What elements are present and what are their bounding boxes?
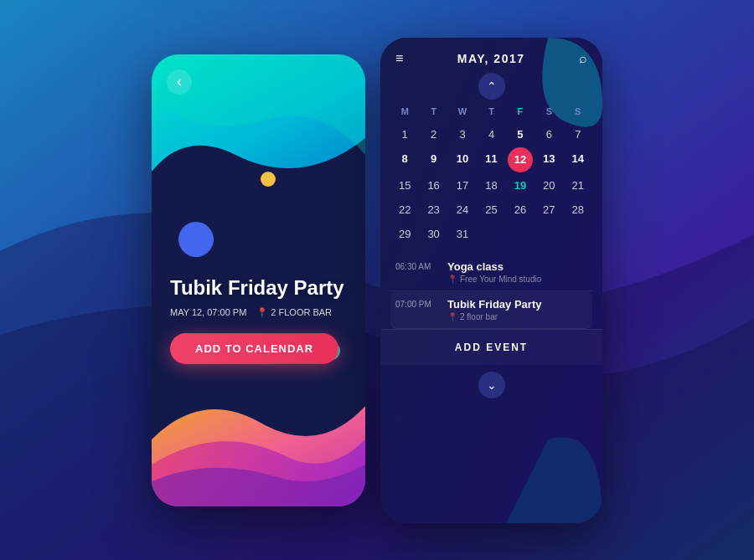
event-meta: MAY 12, 07:00 PM 📍 2 FLOOR BAR: [170, 307, 347, 318]
date-17[interactable]: 17: [448, 174, 477, 197]
date-12-selected[interactable]: 12: [508, 147, 533, 172]
search-icon[interactable]: ⌕: [579, 51, 587, 66]
day-f: F: [506, 103, 535, 120]
date-30[interactable]: 30: [419, 223, 447, 245]
date-16[interactable]: 16: [419, 174, 447, 197]
chevron-down-container: ⌄: [380, 365, 602, 405]
date-29[interactable]: 29: [390, 223, 419, 245]
event-item-party[interactable]: 07:00 PM Tubik Friday Party 📍 2 floor ba…: [390, 291, 592, 329]
day-m: M: [390, 103, 419, 120]
calendar-header: ≡ MAY, 2017 ⌕: [380, 38, 602, 73]
calendar-dates: 1 2 3 4 5 6 7 8 9 10 11 12 13 14 15 16: [390, 123, 592, 245]
date-10[interactable]: 10: [448, 147, 477, 172]
party-time: 07:00 PM: [395, 298, 439, 321]
day-t1: T: [419, 103, 447, 120]
add-event-button[interactable]: ADD EVENT: [380, 329, 602, 365]
date-14[interactable]: 14: [564, 147, 592, 172]
pin-icon-yoga: 📍: [447, 275, 457, 284]
phones-container: ‹ Tubik Friday Party MAY 12, 07:00 PM 📍 …: [152, 38, 602, 523]
date-28[interactable]: 28: [564, 198, 592, 221]
chevron-up-container: ⌃: [380, 73, 602, 100]
date-5[interactable]: 5: [506, 123, 535, 146]
date-9[interactable]: 9: [419, 147, 447, 172]
day-s1: S: [535, 103, 563, 120]
date-19[interactable]: 19: [506, 174, 535, 197]
event-location: 📍 2 FLOOR BAR: [256, 307, 332, 318]
event-item-yoga[interactable]: 06:30 AM Yoga class 📍 Free Your Mind stu…: [390, 254, 592, 291]
yoga-name: Yoga class: [447, 260, 587, 273]
date-11[interactable]: 11: [477, 147, 505, 172]
add-to-calendar-button[interactable]: ADD TO CALENDAR: [170, 333, 338, 364]
right-phone: ≡ MAY, 2017 ⌕ ⌃ M T W T F S S: [380, 38, 602, 523]
chevron-down-button[interactable]: ⌄: [478, 372, 505, 398]
date-3[interactable]: 3: [448, 123, 477, 146]
date-24[interactable]: 24: [448, 198, 477, 221]
event-date: MAY 12, 07:00 PM: [170, 307, 246, 317]
date-21[interactable]: 21: [564, 174, 592, 197]
date-6[interactable]: 6: [535, 123, 563, 146]
yoga-location: 📍 Free Your Mind studio: [447, 275, 587, 284]
date-22[interactable]: 22: [390, 198, 419, 221]
day-s2: S: [564, 103, 592, 120]
date-2[interactable]: 2: [419, 123, 447, 146]
yellow-dot: [261, 172, 276, 187]
location-pin-icon: 📍: [256, 307, 268, 318]
date-7[interactable]: 7: [564, 123, 592, 146]
party-location: 📍 2 floor bar: [447, 312, 587, 321]
date-25[interactable]: 25: [477, 198, 505, 221]
blue-dot: [178, 222, 214, 257]
date-4[interactable]: 4: [477, 123, 505, 146]
date-1[interactable]: 1: [390, 123, 419, 146]
chevron-up-button[interactable]: ⌃: [478, 73, 505, 100]
day-t2: T: [477, 103, 505, 120]
day-w: W: [448, 103, 477, 120]
calendar-title: MAY, 2017: [457, 52, 525, 65]
party-name: Tubik Friday Party: [447, 298, 587, 311]
back-button[interactable]: ‹: [167, 69, 192, 95]
date-15[interactable]: 15: [390, 174, 419, 197]
date-20[interactable]: 20: [535, 174, 563, 197]
pin-icon-party: 📍: [447, 312, 457, 321]
date-26[interactable]: 26: [506, 198, 535, 221]
calendar-grid: M T W T F S S 1 2 3 4 5 6 7 8: [380, 103, 602, 245]
days-header: M T W T F S S: [390, 103, 592, 120]
date-31[interactable]: 31: [448, 223, 477, 245]
event-title: Tubik Friday Party: [170, 276, 347, 301]
date-8[interactable]: 8: [390, 147, 419, 172]
date-18[interactable]: 18: [477, 174, 505, 197]
menu-icon[interactable]: ≡: [395, 51, 403, 66]
event-info: Tubik Friday Party MAY 12, 07:00 PM 📍 2 …: [170, 276, 347, 364]
date-23[interactable]: 23: [419, 198, 447, 221]
date-27[interactable]: 27: [535, 198, 563, 221]
date-13[interactable]: 13: [535, 147, 563, 172]
events-section: 06:30 AM Yoga class 📍 Free Your Mind stu…: [380, 254, 602, 329]
yoga-time: 06:30 AM: [395, 260, 439, 284]
left-phone: ‹ Tubik Friday Party MAY 12, 07:00 PM 📍 …: [152, 54, 365, 506]
